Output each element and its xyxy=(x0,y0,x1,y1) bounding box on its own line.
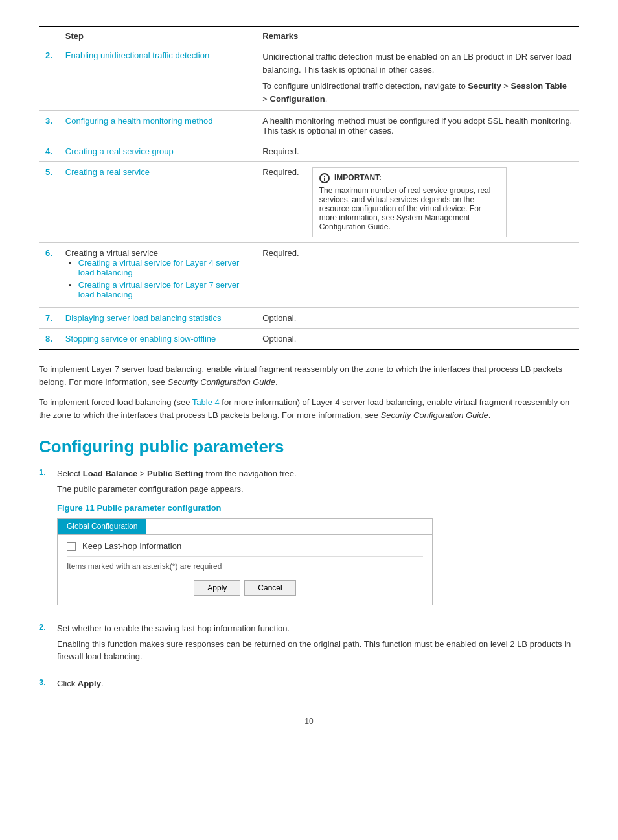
step-number: 7. xyxy=(39,308,59,329)
step-number: 8. xyxy=(39,329,59,350)
step-description: Enabling unidirectional traffic detectio… xyxy=(59,45,256,111)
cancel-button[interactable]: Cancel xyxy=(244,580,295,596)
figure-buttons: Apply Cancel xyxy=(67,578,423,598)
important-box: i IMPORTANT: The maximum number of real … xyxy=(312,167,507,237)
list-item: 2. Set whether to enable the saving last… xyxy=(39,622,579,671)
table-row: 4. Creating a real service group Require… xyxy=(39,141,579,162)
keep-lasthop-checkbox[interactable] xyxy=(67,542,76,551)
instruction-sub-2: Enabling this function makes sure respon… xyxy=(57,638,579,663)
step-remarks: Unidirectional traffic detection must be… xyxy=(256,45,579,111)
instruction-text-1: Select Load Balance > Public Setting fro… xyxy=(57,467,433,480)
table-row: 3. Configuring a health monitoring metho… xyxy=(39,111,579,141)
figure-tab-row: Global Configuration xyxy=(58,519,432,535)
checkbox-label: Keep Last-hop Information xyxy=(82,541,181,551)
step-description: Creating a real service xyxy=(59,162,256,243)
table-row: 7. Displaying server load balancing stat… xyxy=(39,308,579,329)
figure-content: Keep Last-hop Information Items marked w… xyxy=(58,535,432,605)
instruction-list: 1. Select Load Balance > Public Setting … xyxy=(39,467,579,697)
step-col-header: Step xyxy=(59,27,256,45)
step-description: Displaying server load balancing statist… xyxy=(59,308,256,329)
figure-label: Figure 11 Public parameter configuration xyxy=(57,503,433,513)
step-remarks: Optional. xyxy=(256,329,579,350)
figure-row: Keep Last-hop Information xyxy=(67,541,423,557)
instruction-text-3: Click Apply. xyxy=(57,677,104,690)
step-number: 6. xyxy=(39,243,59,308)
step-remarks: Required. xyxy=(256,141,579,162)
figure-note: Items marked with an asterisk(*) are req… xyxy=(67,562,423,571)
list-item: 3. Click Apply. xyxy=(39,677,579,698)
step-description: Configuring a health monitoring method xyxy=(59,111,256,141)
instruction-num-2: 2. xyxy=(39,622,52,671)
page-number: 10 xyxy=(39,717,579,726)
table-row: 8. Stopping service or enabling slow-off… xyxy=(39,329,579,350)
apply-button[interactable]: Apply xyxy=(194,580,240,596)
table-row: 2. Enabling unidirectional traffic detec… xyxy=(39,45,579,111)
step-remarks: Optional. xyxy=(256,308,579,329)
body-paragraph-2: To implement forced load balancing (see … xyxy=(39,396,579,421)
remarks-col-header: Remarks xyxy=(256,27,579,45)
step-description: Creating a virtual service Creating a vi… xyxy=(59,243,256,308)
body-paragraph-1: To implement Layer 7 server load balanci… xyxy=(39,363,579,388)
list-item: 1. Select Load Balance > Public Setting … xyxy=(39,467,579,616)
step-remarks: Required. i IMPORTANT: The maximum numbe… xyxy=(256,162,579,243)
step-remarks: Required. xyxy=(256,243,579,308)
step-description: Stopping service or enabling slow-offlin… xyxy=(59,329,256,350)
table-row: 6. Creating a virtual service Creating a… xyxy=(39,243,579,308)
instruction-sub-1: The public parameter configuration page … xyxy=(57,483,433,496)
section-heading: Configuring public parameters xyxy=(39,437,579,457)
figure-box: Global Configuration Keep Last-hop Infor… xyxy=(57,518,433,605)
step-number: 2. xyxy=(39,45,59,111)
important-icon: i xyxy=(319,173,330,183)
step-remarks: A health monitoring method must be confi… xyxy=(256,111,579,141)
instruction-num-1: 1. xyxy=(39,467,52,616)
steps-table: Step Remarks 2. Enabling unidirectional … xyxy=(39,26,579,350)
step-number: 4. xyxy=(39,141,59,162)
table-row: 5. Creating a real service Required. i I… xyxy=(39,162,579,243)
step-number: 5. xyxy=(39,162,59,243)
instruction-text-2: Set whether to enable the saving last ho… xyxy=(57,622,579,635)
figure-tab[interactable]: Global Configuration xyxy=(58,519,146,534)
step-description: Creating a real service group xyxy=(59,141,256,162)
instruction-num-3: 3. xyxy=(39,677,52,698)
step-number: 3. xyxy=(39,111,59,141)
step-header xyxy=(39,27,59,45)
